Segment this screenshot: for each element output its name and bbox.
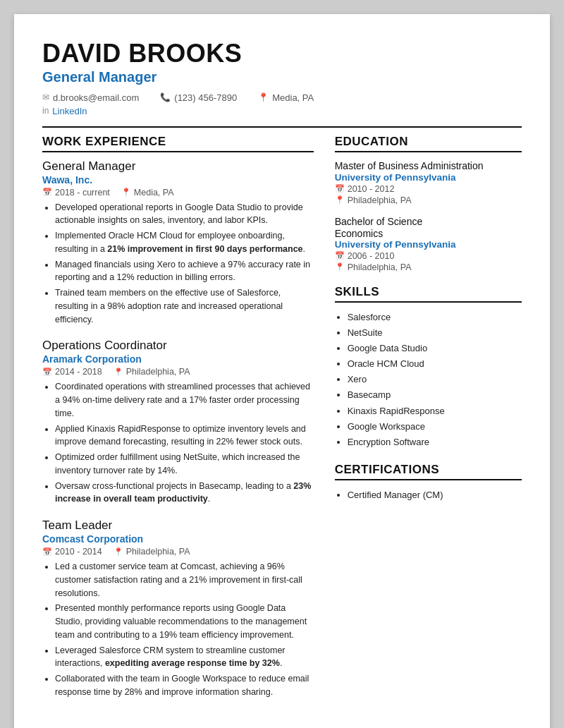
company-name-1: Wawa, Inc. — [42, 174, 314, 186]
bullet-1-2: Implemented Oracle HCM Cloud for employe… — [55, 229, 314, 256]
location-icon-3: 📍 — [114, 547, 123, 557]
work-experience-heading: WORK EXPERIENCE — [42, 135, 314, 152]
job-location-3: 📍 Philadelphia, PA — [114, 547, 190, 557]
edu-degree-1: Master of Business Administration — [335, 159, 522, 172]
resume-document: DAVID BROOKS General Manager ✉ d.brooks@… — [14, 14, 550, 728]
contact-row-1: ✉ d.brooks@email.com 📞 (123) 456-7890 📍 … — [42, 92, 522, 103]
bullet-2-4: Oversaw cross-functional projects in Bas… — [55, 480, 314, 506]
job-dates-1: 📅 2018 - current — [42, 188, 110, 198]
edu-dates-1: 2010 - 2012 — [348, 184, 395, 194]
phone-value: (123) 456-7890 — [174, 92, 237, 103]
skills-section: SKILLS Salesforce NetSuite Google Data S… — [335, 285, 522, 450]
phone-icon: 📞 — [160, 92, 171, 102]
bullet-3-4: Collaborated with the team in Google Wor… — [55, 672, 314, 699]
calendar-icon-2: 📅 — [42, 368, 52, 377]
linkedin-icon: in — [42, 106, 49, 116]
edu-calendar-icon-2: 📅 — [335, 251, 345, 260]
bullet-2-1: Coordinated operations with streamlined … — [55, 380, 314, 420]
skills-list: Salesforce NetSuite Google Data Studio O… — [335, 310, 522, 450]
contact-row-2: in LinkedIn — [42, 106, 522, 116]
bullet-3-3: Leveraged Salesforce CRM system to strea… — [55, 644, 314, 671]
calendar-icon-1: 📅 — [42, 188, 52, 197]
edu-entry-1: Master of Business Administration Univer… — [335, 159, 522, 205]
location-value: Media, PA — [272, 92, 314, 103]
bullet-2-2: Applied Kinaxis RapidResponse to optimiz… — [55, 423, 314, 449]
skill-8: Google Workspace — [348, 419, 522, 435]
bullet-3-1: Led a customer service team at Comcast, … — [55, 560, 314, 600]
edu-entry-2: Bachelor of Science Economics University… — [335, 215, 522, 272]
cert-list: Certified Manager (CM) — [335, 487, 522, 503]
job-dates-2: 📅 2014 - 2018 — [42, 367, 102, 377]
bullet-2-3: Optimized order fulfillment using NetSui… — [55, 451, 314, 478]
bullet-1-3: Managed financials using Xero to achieve… — [55, 258, 314, 285]
education-heading: EDUCATION — [335, 135, 522, 152]
job-entry-2: Operations Coordinator Aramark Corporati… — [42, 339, 314, 506]
edu-location-1: Philadelphia, PA — [348, 195, 412, 205]
education-section: EDUCATION Master of Business Administrat… — [335, 135, 522, 272]
skill-4: Oracle HCM Cloud — [348, 356, 522, 372]
edu-location-icon-2: 📍 — [335, 262, 345, 272]
edu-school-2: University of Pennsylvania — [335, 239, 522, 250]
header-section: DAVID BROOKS General Manager ✉ d.brooks@… — [42, 40, 522, 116]
skill-2: NetSuite — [348, 325, 522, 341]
edu-calendar-icon-1: 📅 — [335, 184, 345, 193]
job-bullets-2: Coordinated operations with streamlined … — [42, 380, 314, 506]
bullet-3-2: Presented monthly performance reports us… — [55, 602, 314, 641]
calendar-icon-3: 📅 — [42, 547, 52, 557]
job-bullets-1: Developed operational reports in Google … — [42, 201, 314, 327]
job-entry-3: Team Leader Comcast Corporation 📅 2010 -… — [42, 518, 314, 699]
certifications-heading: CERTIFICATIONS — [335, 463, 522, 480]
job-title-3: Team Leader — [42, 518, 314, 533]
edu-degree-2: Bachelor of Science — [335, 215, 522, 228]
bullet-1-4: Trained team members on the effective us… — [55, 286, 314, 326]
location-contact: 📍 Media, PA — [258, 92, 314, 103]
linkedin-contact[interactable]: in LinkedIn — [42, 106, 87, 116]
job-dates-3: 📅 2010 - 2014 — [42, 547, 102, 557]
edu-meta-1: 📅 2010 - 2012 📍 Philadelphia, PA — [335, 184, 522, 205]
bullet-1-1: Developed operational reports in Google … — [55, 201, 314, 228]
edu-school-1: University of Pennsylvania — [335, 172, 522, 183]
location-icon: 📍 — [258, 92, 269, 102]
left-column: WORK EXPERIENCE General Manager Wawa, In… — [42, 135, 314, 712]
edu-meta-2: 📅 2006 - 2010 📍 Philadelphia, PA — [335, 251, 522, 272]
job-meta-2: 📅 2014 - 2018 📍 Philadelphia, PA — [42, 367, 314, 377]
skills-heading: SKILLS — [335, 285, 522, 303]
job-location-2: 📍 Philadelphia, PA — [114, 367, 190, 377]
skill-1: Salesforce — [348, 310, 522, 325]
skill-3: Google Data Studio — [348, 341, 522, 356]
certifications-section: CERTIFICATIONS Certified Manager (CM) — [335, 463, 522, 503]
main-layout: WORK EXPERIENCE General Manager Wawa, In… — [42, 135, 522, 712]
job-entry-1: General Manager Wawa, Inc. 📅 2018 - curr… — [42, 159, 314, 327]
edu-dates-2: 2006 - 2010 — [348, 251, 395, 261]
header-divider — [42, 126, 522, 128]
skill-7: Kinaxis RapidResponse — [348, 404, 522, 419]
company-name-2: Aramark Corporation — [42, 353, 314, 365]
email-icon: ✉ — [42, 92, 49, 102]
candidate-name: DAVID BROOKS — [42, 40, 522, 68]
company-name-3: Comcast Corporation — [42, 533, 314, 545]
skill-5: Xero — [348, 372, 522, 387]
linkedin-link[interactable]: LinkedIn — [52, 106, 87, 116]
job-meta-3: 📅 2010 - 2014 📍 Philadelphia, PA — [42, 547, 314, 557]
job-title-1: General Manager — [42, 159, 314, 174]
cert-1: Certified Manager (CM) — [348, 487, 522, 503]
job-location-1: 📍 Media, PA — [121, 188, 174, 198]
job-meta-1: 📅 2018 - current 📍 Media, PA — [42, 188, 314, 198]
edu-field-2: Economics — [335, 228, 522, 239]
email-value: d.brooks@email.com — [53, 92, 139, 103]
job-bullets-3: Led a customer service team at Comcast, … — [42, 560, 314, 699]
email-contact: ✉ d.brooks@email.com — [42, 92, 139, 103]
phone-contact: 📞 (123) 456-7890 — [160, 92, 237, 103]
location-icon-2: 📍 — [114, 368, 123, 377]
job-title-2: Operations Coordinator — [42, 339, 314, 353]
edu-location-2: Philadelphia, PA — [348, 262, 412, 272]
skill-9: Encryption Software — [348, 435, 522, 450]
candidate-title: General Manager — [42, 69, 522, 85]
skill-6: Basecamp — [348, 387, 522, 403]
right-column: EDUCATION Master of Business Administrat… — [335, 135, 522, 712]
location-icon-1: 📍 — [121, 188, 131, 197]
edu-location-icon-1: 📍 — [335, 195, 345, 205]
